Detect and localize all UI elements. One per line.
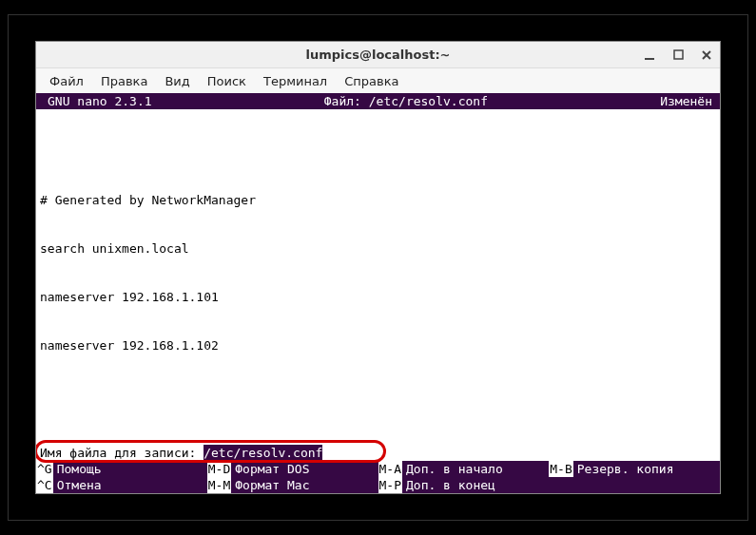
shortcut-key: M-M (207, 477, 231, 493)
nano-shortcuts: ^GПомощь M-DФормат DOS M-AДоп. в начало … (36, 461, 720, 493)
shortcut-key: M-D (207, 461, 231, 477)
window-controls (642, 42, 714, 67)
close-button[interactable] (699, 48, 714, 63)
titlebar: lumpics@localhost:~ (36, 42, 720, 68)
shortcut-key: M-P (378, 477, 402, 493)
shortcut-label: Резерв. копия (573, 461, 676, 477)
shortcut-label: Помощь (53, 461, 104, 477)
shortcut-key: M-A (378, 461, 402, 477)
editor-line: nameserver 192.168.1.102 (40, 337, 716, 353)
editor-line: nameserver 192.168.1.101 (40, 289, 716, 305)
editor-line (40, 143, 716, 160)
editor-line: search unixmen.local (40, 240, 716, 257)
shortcut-key: ^C (36, 477, 53, 493)
shortcut-label: Отмена (53, 477, 104, 493)
editor-body[interactable]: # Generated by NetworkManager search uni… (36, 109, 720, 444)
shortcut-row: ^CОтмена M-MФормат Mac M-PДоп. в конец (36, 477, 720, 493)
svg-rect-1 (674, 50, 683, 59)
filename-prompt-label: Имя файла для записи: (40, 445, 204, 461)
menu-view[interactable]: Вид (157, 71, 197, 91)
menu-edit[interactable]: Правка (93, 71, 155, 91)
maximize-button[interactable] (670, 48, 686, 63)
nano-status: Изменён (660, 93, 716, 109)
nano-version: GNU nano 2.3.1 (40, 93, 152, 109)
shortcut-label: Доп. в начало (402, 461, 505, 477)
editor-line: # Generated by NetworkManager (40, 192, 716, 208)
terminal-window: lumpics@localhost:~ Файл Правка Вид Поис… (35, 41, 721, 494)
menu-file[interactable]: Файл (42, 71, 91, 91)
shortcut-label: Формат DOS (231, 461, 311, 477)
menubar: Файл Правка Вид Поиск Терминал Справка (36, 68, 720, 93)
filename-input[interactable]: /etc/resolv.conf (204, 445, 322, 461)
menu-search[interactable]: Поиск (200, 71, 254, 91)
shortcut-key: M-B (549, 461, 572, 477)
menu-help[interactable]: Справка (337, 71, 406, 91)
shortcut-label: Доп. в конец (402, 477, 497, 493)
window-title: lumpics@localhost:~ (305, 48, 450, 62)
shortcut-row: ^GПомощь M-DФормат DOS M-AДоп. в начало … (36, 461, 720, 477)
minimize-button[interactable] (642, 48, 657, 63)
nano-header: GNU nano 2.3.1 Файл: /etc/resolv.conf Из… (36, 93, 720, 109)
menu-terminal[interactable]: Терминал (256, 71, 335, 91)
shortcut-key: ^G (36, 461, 53, 477)
shortcut-label: Формат Mac (231, 477, 311, 493)
terminal-area[interactable]: GNU nano 2.3.1 Файл: /etc/resolv.conf Из… (36, 93, 720, 493)
nano-file-label: Файл: /etc/resolv.conf (152, 93, 661, 109)
filename-prompt-row: Имя файла для записи: /etc/resolv.conf (36, 444, 720, 461)
